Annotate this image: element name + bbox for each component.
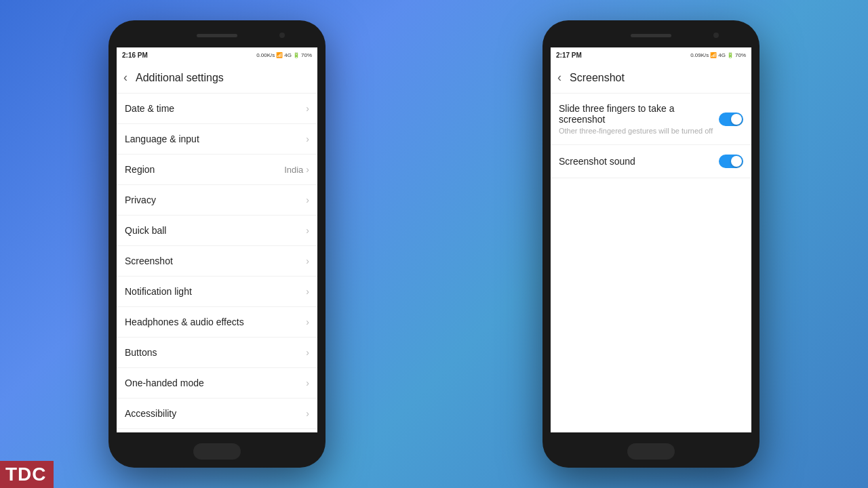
settings-item-quickball[interactable]: Quick ball › (117, 216, 317, 246)
settings-item-screenshot-chevron: › (306, 256, 309, 266)
settings-item-quickball-right: › (306, 225, 309, 236)
settings-item-region-right: India › (284, 164, 309, 175)
settings-item-screenshot-title: Screenshot (125, 256, 173, 266)
settings-item-buttons[interactable]: Buttons › (117, 338, 317, 368)
phone-2-status-bar: 2:17 PM 0.09K/s 📶 4G 🔋 70% (551, 47, 751, 62)
settings-item-notiflight-left: Notification light (125, 286, 192, 297)
phone-2-status-icons: 0.09K/s 📶 4G 🔋 70% (690, 52, 746, 58)
phone-2-speed: 0.09K/s (690, 52, 709, 58)
phone-1-time: 2:16 PM (122, 52, 148, 59)
phone-2-home-button[interactable] (627, 443, 675, 460)
settings-item-headphones-right: › (306, 317, 309, 327)
settings-item-accessibility-right: › (306, 408, 309, 419)
phone-2-screen: 2:17 PM 0.09K/s 📶 4G 🔋 70% ‹ Screenshot … (551, 47, 751, 432)
phone-1-app-bar: ‹ Additional settings (117, 62, 317, 94)
settings-item-quickball-left: Quick ball (125, 225, 166, 236)
settings-item-region-title: Region (125, 164, 155, 175)
phone-1: 2:16 PM 0.00K/s 📶 4G 🔋 70% ‹ Additional … (108, 20, 326, 468)
settings-item-privacy-title: Privacy (125, 195, 156, 205)
phone-1-battery: 🔋 (293, 52, 300, 58)
watermark: TDC (0, 461, 54, 488)
screenshot-slide-row: Slide three fingers to take a screenshot… (559, 103, 743, 135)
phone-2-speaker (631, 34, 671, 37)
phone-2-back-button[interactable]: ‹ (557, 70, 561, 85)
settings-item-privacy[interactable]: Privacy › (117, 185, 317, 216)
settings-item-date-time-title: Date & time (125, 103, 174, 114)
settings-item-notiflight[interactable]: Notification light › (117, 277, 317, 307)
phone-2-battery-pct: 70% (735, 52, 746, 58)
settings-item-date-time[interactable]: Date & time › (117, 94, 317, 124)
settings-item-date-time-right: › (306, 103, 309, 114)
settings-item-screenshot-right: › (306, 256, 309, 266)
settings-item-accessibility-title: Accessibility (125, 408, 176, 419)
phone-1-status-icons: 0.00K/s 📶 4G 🔋 70% (256, 52, 312, 58)
screenshot-sound-toggle[interactable] (719, 155, 743, 168)
settings-item-notiflight-chevron: › (306, 286, 309, 297)
settings-item-privacy-right: › (306, 195, 309, 205)
phone-1-network: 4G (284, 52, 292, 58)
phone-2-battery: 🔋 (727, 52, 734, 58)
phone-1-settings-list: Date & time › Language & input › Region (117, 94, 317, 432)
settings-item-quickball-title: Quick ball (125, 225, 166, 236)
phone-1-screen: 2:16 PM 0.00K/s 📶 4G 🔋 70% ‹ Additional … (117, 47, 317, 432)
settings-item-language-title: Language & input (125, 134, 199, 144)
settings-item-region[interactable]: Region India › (117, 155, 317, 185)
phone-2-camera (713, 33, 719, 38)
phone-2-title: Screenshot (570, 72, 625, 84)
settings-item-notiflight-right: › (306, 286, 309, 297)
screenshot-slide-toggle[interactable] (719, 113, 743, 126)
settings-item-headphones[interactable]: Headphones & audio effects › (117, 307, 317, 338)
phone-1-title: Additional settings (136, 72, 224, 84)
settings-item-region-chevron: › (306, 164, 309, 175)
settings-item-screenshot[interactable]: Screenshot › (117, 246, 317, 277)
settings-item-buttons-title: Buttons (125, 347, 157, 358)
phone-1-bottom (193, 435, 241, 468)
settings-item-buttons-chevron: › (306, 347, 309, 358)
phone-2-top-bar (542, 26, 760, 45)
phone-2-bottom (627, 435, 675, 468)
phone-1-speed: 0.00K/s (256, 52, 275, 58)
settings-item-buttons-left: Buttons (125, 347, 157, 358)
settings-item-date-time-left: Date & time (125, 103, 174, 114)
settings-item-language-right: › (306, 134, 309, 144)
settings-item-privacy-left: Privacy (125, 195, 156, 205)
phone-2-app-bar: ‹ Screenshot (551, 62, 751, 94)
settings-item-accessibility-chevron: › (306, 408, 309, 419)
settings-item-onehanded-title: One-handed mode (125, 378, 204, 388)
screenshot-slide-text-block: Slide three fingers to take a screenshot… (559, 103, 719, 135)
settings-item-language-chevron: › (306, 134, 309, 144)
settings-item-headphones-title: Headphones & audio effects (125, 317, 244, 327)
screenshot-setting-sound: Screenshot sound (551, 145, 751, 178)
phone-1-battery-pct: 70% (301, 52, 312, 58)
phone-2: 2:17 PM 0.09K/s 📶 4G 🔋 70% ‹ Screenshot … (542, 20, 760, 468)
screenshot-slide-toggle-knob (731, 114, 742, 125)
settings-item-region-value: India (284, 165, 303, 175)
settings-item-onehanded-right: › (306, 378, 309, 388)
settings-item-buttons-right: › (306, 347, 309, 358)
phone-2-network: 4G (718, 52, 726, 58)
screenshot-sound-title: Screenshot sound (559, 156, 719, 167)
phone-1-camera (279, 33, 285, 38)
phone-1-status-bar: 2:16 PM 0.00K/s 📶 4G 🔋 70% (117, 47, 317, 62)
settings-item-notiflight-title: Notification light (125, 286, 192, 297)
screenshot-setting-slide: Slide three fingers to take a screenshot… (551, 94, 751, 145)
settings-item-onehanded[interactable]: One-handed mode › (117, 368, 317, 399)
screenshot-sound-toggle-knob (731, 156, 742, 167)
screenshot-slide-title: Slide three fingers to take a screenshot (559, 103, 713, 125)
phone-1-back-button[interactable]: ‹ (123, 70, 127, 85)
settings-item-privacy-chevron: › (306, 195, 309, 205)
settings-item-quickball-chevron: › (306, 225, 309, 236)
settings-item-accessibility[interactable]: Accessibility › (117, 399, 317, 429)
watermark-text: TDC (5, 464, 47, 485)
settings-item-headphones-chevron: › (306, 317, 309, 327)
phone-1-top-bar (108, 26, 326, 45)
screenshot-sound-row: Screenshot sound (559, 155, 743, 168)
settings-item-headphones-left: Headphones & audio effects (125, 317, 244, 327)
settings-item-language[interactable]: Language & input › (117, 124, 317, 155)
phone-2-time: 2:17 PM (556, 52, 582, 59)
phone-1-speaker (197, 34, 237, 37)
settings-item-region-left: Region (125, 164, 155, 175)
settings-item-onehanded-chevron: › (306, 378, 309, 388)
phone-2-signal-icon: 📶 (710, 52, 717, 58)
phone-1-home-button[interactable] (193, 443, 241, 460)
